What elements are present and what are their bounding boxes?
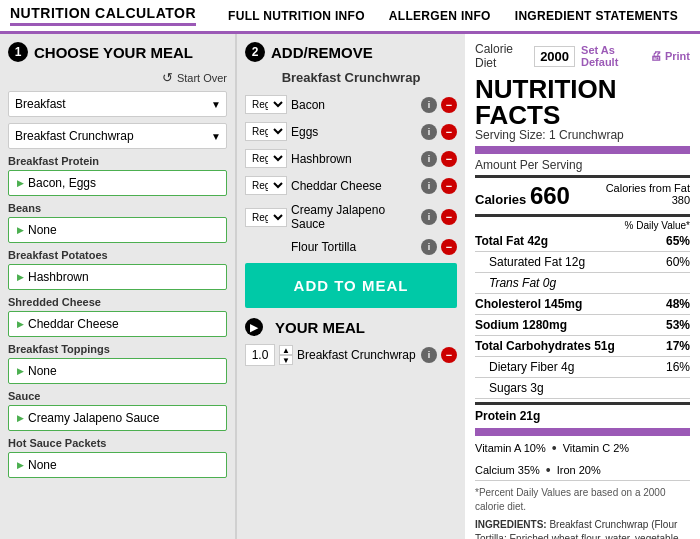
remove-icon[interactable]: − [441,239,457,255]
info-icon[interactable]: i [421,97,437,113]
vitamin-item: Calcium 35% [475,462,540,478]
ingredient-row: RegBaconi− [245,95,457,114]
your-meal-row: ▲ ▼ Breakfast Crunchwrap i − [245,344,457,366]
thin-bar [475,398,690,399]
calorie-value[interactable]: 2000 [534,46,575,67]
thin-divider [475,480,690,481]
field-label: Beans [8,202,227,214]
triangle-icon: ▶ [17,225,24,235]
step1-circle: 1 [8,42,28,62]
nav-ingredients[interactable]: INGREDIENT STATEMENTS [515,9,678,23]
nutrition-facts-title: NUTRITION FACTS [475,76,690,128]
remove-icon[interactable]: − [441,124,457,140]
info-icon[interactable]: i [421,124,437,140]
nutrient-row: Sugars 3g [475,380,690,396]
thin-bar [475,356,690,357]
ingredient-name: Hashbrown [291,152,417,166]
thin-bar [475,377,690,378]
purple-divider2 [475,428,690,436]
your-meal-remove-icon[interactable]: − [441,347,457,363]
field-label: Shredded Cheese [8,296,227,308]
nutrient-row: Cholesterol 145mg48% [475,296,690,312]
top-nav: NUTRITION CALCULATOR FULL NUTRITION INFO… [0,0,700,34]
nutrient-dv: 17% [666,339,690,353]
remove-icon[interactable]: − [441,97,457,113]
size-select[interactable]: Reg [245,208,287,227]
field-value: Bacon, Eggs [28,176,96,190]
thin-bar [475,314,690,315]
info-icon[interactable]: i [421,178,437,194]
ingredient-name: Creamy Jalapeno Sauce [291,203,417,231]
nutrient-row: Dietary Fiber 4g16% [475,359,690,375]
serving-size: Serving Size: 1 Crunchwrap [475,128,690,142]
field-option-box[interactable]: ▶None [8,217,227,243]
nutrient-name: Total Carbohydrates 51g [475,339,615,353]
remove-icon[interactable]: − [441,151,457,167]
meal-type-select[interactable]: Breakfast Lunch Dinner [8,91,227,117]
field-option-box[interactable]: ▶Hashbrown [8,264,227,290]
nutrient-dv: 53% [666,318,690,332]
size-select[interactable]: Reg [245,95,287,114]
nav-allergen[interactable]: ALLERGEN INFO [389,9,491,23]
start-over-button[interactable]: ↺ Start Over [162,70,227,85]
nutrient-name: Cholesterol 145mg [475,297,582,311]
nutrient-name: Dietary Fiber 4g [489,360,574,374]
remove-icon[interactable]: − [441,209,457,225]
field-value: None [28,223,57,237]
brand-logo: NUTRITION CALCULATOR [10,5,196,26]
your-meal-info-icon[interactable]: i [421,347,437,363]
qty-up-arrow[interactable]: ▲ [279,345,293,355]
purple-divider [475,146,690,154]
meal-type-select-wrapper: Breakfast Lunch Dinner ▼ [8,91,227,117]
add-remove-header: 2 ADD/REMOVE [245,42,457,62]
calories-row: Calories 660 Calories from Fat 380 [475,182,690,210]
qty-down-arrow[interactable]: ▼ [279,355,293,365]
field-value: None [28,458,57,472]
field-option-box[interactable]: ▶None [8,452,227,478]
ingredients-label: INGREDIENTS: [475,519,547,530]
field-label: Breakfast Potatoes [8,249,227,261]
triangle-icon: ▶ [17,460,24,470]
info-icon[interactable]: i [421,239,437,255]
print-button[interactable]: 🖨 Print [650,49,690,63]
ingredient-row: Flour Tortillai− [245,239,457,255]
triangle-icon: ▶ [17,272,24,282]
add-to-meal-button[interactable]: ADD TO MEAL [245,263,457,308]
ingredient-name: Bacon [291,98,417,112]
middle-panel: 2 ADD/REMOVE Breakfast Crunchwrap RegBac… [235,34,465,539]
meal-name: Breakfast Crunchwrap [245,70,457,85]
size-select[interactable]: Reg [245,149,287,168]
set-default-button[interactable]: Set As Default [581,44,644,68]
choose-meal-header: 1 CHOOSE YOUR MEAL [8,42,227,62]
nutrient-row: Total Carbohydrates 51g17% [475,338,690,354]
dv-label: % Daily Value* [475,220,690,231]
nutrient-row: Saturated Fat 12g60% [475,254,690,270]
your-meal-title: YOUR MEAL [275,319,365,336]
info-icon[interactable]: i [421,209,437,225]
items-container: RegBaconi−RegEggsi−RegHashbrowni−RegChed… [245,95,457,255]
field-option-box[interactable]: ▶Bacon, Eggs [8,170,227,196]
qty-input[interactable] [245,344,275,366]
info-icon[interactable]: i [421,151,437,167]
field-option-box[interactable]: ▶Creamy Jalapeno Sauce [8,405,227,431]
field-option-box[interactable]: ▶Cheddar Cheese [8,311,227,337]
ingredients: INGREDIENTS: Breakfast Crunchwrap (Flour… [475,518,690,539]
size-select[interactable]: Reg [245,122,287,141]
field-label: Breakfast Protein [8,155,227,167]
field-option-box[interactable]: ▶None [8,358,227,384]
ingredient-name: Cheddar Cheese [291,179,417,193]
ingredient-row: RegHashbrowni− [245,149,457,168]
remove-icon[interactable]: − [441,178,457,194]
field-label: Hot Sauce Packets [8,437,227,449]
left-panel: 1 CHOOSE YOUR MEAL ↺ Start Over Breakfas… [0,34,235,539]
nutrient-name: Sodium 1280mg [475,318,567,332]
footnote: *Percent Daily Values are based on a 200… [475,486,690,514]
meal-item-select[interactable]: Breakfast Crunchwrap Burrito [8,123,227,149]
size-select[interactable]: Reg [245,176,287,195]
main-layout: 1 CHOOSE YOUR MEAL ↺ Start Over Breakfas… [0,34,700,539]
nav-full-nutrition[interactable]: FULL NUTRITION INFO [228,9,365,23]
thick-divider2 [475,214,690,217]
thin-bar [475,251,690,252]
add-remove-title: ADD/REMOVE [271,44,373,61]
vitamin-item: Vitamin C 2% [563,440,629,456]
